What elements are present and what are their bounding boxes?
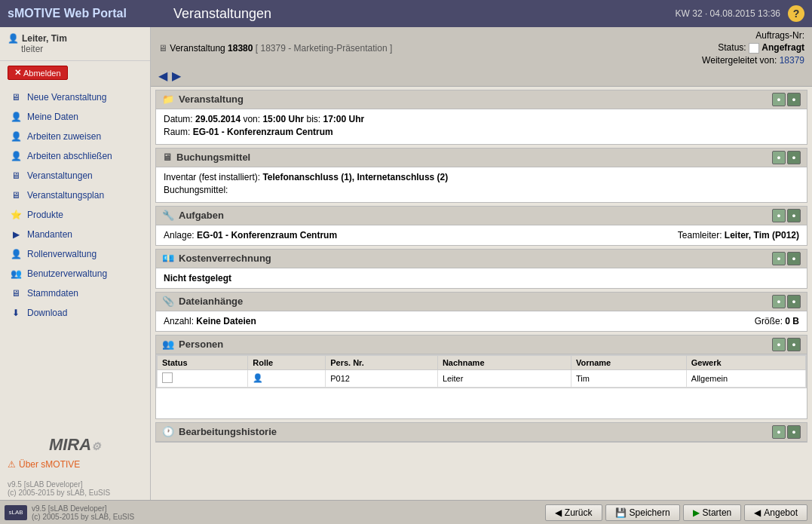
logout-button[interactable]: ✕ Abmelden — [8, 66, 68, 80]
nav-prev-arrow[interactable]: ◀ — [158, 69, 167, 83]
section-buchungsmittel-header[interactable]: 🖥 Buchungsmittel ● ● — [156, 149, 807, 167]
section-personen: 👥 Personen ● ● Status — [155, 335, 807, 419]
section-bearbeitungshistorie-header[interactable]: 🕐 Bearbeitungshistorie ● ● — [156, 423, 807, 442]
clip-icon: 📎 — [162, 296, 174, 307]
section-dateihanhaenge-body: Anzahl: Keine Dateien Größe: 0 B — [156, 311, 807, 331]
kosten-value: Nicht festgelegt — [164, 273, 799, 283]
anlage-info: Anlage: EG-01 - Konferenzraum Centrum — [164, 230, 337, 241]
content-header: 🖥 Veranstaltung 18380 [ 18379 - Marketin… — [151, 27, 812, 87]
cell-nachname: Leiter — [437, 369, 571, 387]
sidebar-item-meine-daten[interactable]: 👤 Meine Daten — [0, 107, 150, 127]
ctrl-btn-13[interactable]: ● — [772, 425, 786, 439]
section-bearbeitungshistorie: 🕐 Bearbeitungshistorie ● ● — [155, 422, 807, 443]
sidebar: 👤 Leiter, Tim tleiter ✕ Abmelden 🖥 Neue … — [0, 27, 151, 500]
section-kostenverrechnung-body: Nicht festgelegt — [156, 268, 807, 288]
section-aufgaben-header[interactable]: 🔧 Aufgaben ● ● — [156, 207, 807, 225]
groesse-info: Größe: 0 B — [755, 316, 799, 326]
section-personen-header[interactable]: 👥 Personen ● ● — [156, 336, 807, 354]
ctrl-btn-9[interactable]: ● — [772, 295, 786, 308]
section-personen-controls: ● ● — [772, 338, 801, 351]
page-title: Veranstaltungen — [173, 6, 676, 22]
back-button[interactable]: ◀ Zurück — [545, 504, 602, 521]
user-info: 👤 Leiter, Tim tleiter — [0, 27, 150, 61]
sidebar-item-download[interactable]: ⬇ Download — [0, 303, 150, 323]
ctrl-btn-14[interactable]: ● — [787, 425, 801, 439]
sidebar-item-arbeiten-abschliessen[interactable]: 👤 Arbeiten abschließen — [0, 146, 150, 166]
ctrl-btn-8[interactable]: ● — [787, 252, 801, 265]
sidebar-item-mandanten[interactable]: ▶ Mandanten — [0, 225, 150, 244]
ctrl-btn-5[interactable]: ● — [772, 209, 786, 222]
auftrags-nr: Auftrags-Nr: — [702, 30, 804, 41]
sidebar-item-stammdaten[interactable]: 🖥 Stammdaten — [0, 283, 150, 303]
monitor-buch-icon: 🖥 — [162, 152, 172, 163]
app-logo: sMOTIVE Web Portal — [8, 7, 158, 20]
ctrl-btn-10[interactable]: ● — [787, 295, 801, 308]
about-link[interactable]: ⚠ Über sMOTIVE — [8, 459, 142, 470]
offer-icon: ◀ — [754, 507, 761, 518]
ctrl-btn-2[interactable]: ● — [787, 93, 801, 106]
datum-row: Datum: 29.05.2014 von: 15:00 Uhr bis: 17… — [164, 114, 799, 124]
event-nav: ◀ ▶ — [158, 69, 804, 83]
main-layout: 👤 Leiter, Tim tleiter ✕ Abmelden 🖥 Neue … — [0, 27, 812, 500]
stammdaten-icon: 🖥 — [9, 287, 23, 300]
ctrl-btn-3[interactable]: ● — [772, 151, 786, 164]
table-row: 👤 P012 Leiter Tim Allgemein — [158, 369, 806, 387]
footer-logo: sLAB — [5, 505, 27, 520]
download-icon: ⬇ — [9, 306, 23, 320]
person-icon: 👤 — [9, 110, 23, 124]
section-personen-body: Status Rolle Pers. Nr. Nachname Vorname … — [156, 354, 807, 418]
info-icon: ⚠ — [8, 459, 16, 470]
section-aufgaben-body: Anlage: EG-01 - Konferenzraum Centrum Te… — [156, 225, 807, 245]
save-button[interactable]: 💾 Speichern — [605, 504, 680, 521]
anzahl-info: Anzahl: Keine Dateien — [164, 316, 256, 326]
start-icon: ▶ — [693, 507, 700, 518]
status-icon — [749, 43, 759, 54]
auftrags-info: Auftrags-Nr: Status: Angefragt Weitergel… — [702, 30, 804, 67]
ctrl-btn-7[interactable]: ● — [772, 252, 786, 265]
sidebar-item-neue-veranstaltung[interactable]: 🖥 Neue Veranstaltung — [0, 87, 150, 107]
col-pers-nr: Pers. Nr. — [326, 355, 438, 369]
section-kostenverrechnung-controls: ● ● — [772, 252, 801, 265]
sidebar-item-veranstaltungen[interactable]: 🖥 Veranstaltungen — [0, 166, 150, 185]
arrow-icon: ▶ — [9, 228, 23, 241]
start-button[interactable]: ▶ Starten — [683, 504, 742, 521]
sidebar-item-veranstaltungsplan[interactable]: 🖥 Veranstaltungsplan — [0, 185, 150, 205]
weitergeleitet-link[interactable]: 18379 — [780, 55, 804, 66]
event-title: 🖥 Veranstaltung 18380 [ 18379 - Marketin… — [158, 43, 392, 54]
status-badge: Angefragt — [761, 42, 804, 53]
sidebar-item-produkte[interactable]: ⭐ Produkte — [0, 205, 150, 225]
section-dateihanhaenge-header[interactable]: 📎 Dateianhänge ● ● — [156, 293, 807, 311]
ctrl-btn-1[interactable]: ● — [772, 93, 786, 106]
content-area: 🖥 Veranstaltung 18380 [ 18379 - Marketin… — [151, 27, 812, 500]
clock-icon: 🕐 — [162, 426, 174, 437]
section-buchungsmittel: 🖥 Buchungsmittel ● ● Inventar (fest inst… — [155, 148, 807, 203]
buchungsmittel-row: Buchungsmittel: — [164, 185, 799, 195]
datetime-display: KW 32 · 04.08.2015 13:36 — [676, 8, 780, 19]
personen-table: Status Rolle Pers. Nr. Nachname Vorname … — [157, 355, 806, 388]
footer-buttons: ◀ Zurück 💾 Speichern ▶ Starten ◀ Angebot — [545, 504, 807, 521]
help-button[interactable]: ? — [788, 5, 804, 22]
version-info: v9.5 [sLAB Developer] (c) 2005-2015 by s… — [0, 477, 150, 500]
col-gewerk: Gewerk — [686, 355, 805, 369]
cell-status — [158, 369, 248, 387]
sidebar-item-rollenverwaltung[interactable]: 👤 Rollenverwaltung — [0, 244, 150, 264]
ctrl-btn-12[interactable]: ● — [787, 338, 801, 351]
nav-next-arrow[interactable]: ▶ — [172, 69, 181, 83]
section-buchungsmittel-body: Inventar (fest installiert): Telefonansc… — [156, 167, 807, 202]
user-name: 👤 Leiter, Tim — [8, 33, 142, 44]
ctrl-btn-11[interactable]: ● — [772, 338, 786, 351]
sidebar-item-benutzerverwaltung[interactable]: 👥 Benutzerverwaltung — [0, 264, 150, 283]
sidebar-item-arbeiten-zuweisen[interactable]: 👤 Arbeiten zuweisen — [0, 127, 150, 146]
offer-button[interactable]: ◀ Angebot — [744, 504, 807, 521]
monitor-icon: 🖥 — [9, 90, 23, 104]
ctrl-btn-4[interactable]: ● — [787, 151, 801, 164]
cell-gewerk: Allgemein — [686, 369, 805, 387]
section-dateihanhaenge: 📎 Dateianhänge ● ● Anzahl: Keine Dateien… — [155, 292, 807, 332]
section-veranstaltung-header[interactable]: 📁 Veranstaltung ● ● — [156, 90, 807, 109]
star-icon: ⭐ — [9, 208, 23, 222]
section-kostenverrechnung-header[interactable]: 💶 Kostenverrechnung ● ● — [156, 250, 807, 268]
section-veranstaltung-controls: ● ● — [772, 93, 801, 106]
col-nachname: Nachname — [437, 355, 571, 369]
x-icon: ✕ — [14, 68, 21, 78]
ctrl-btn-6[interactable]: ● — [787, 209, 801, 222]
